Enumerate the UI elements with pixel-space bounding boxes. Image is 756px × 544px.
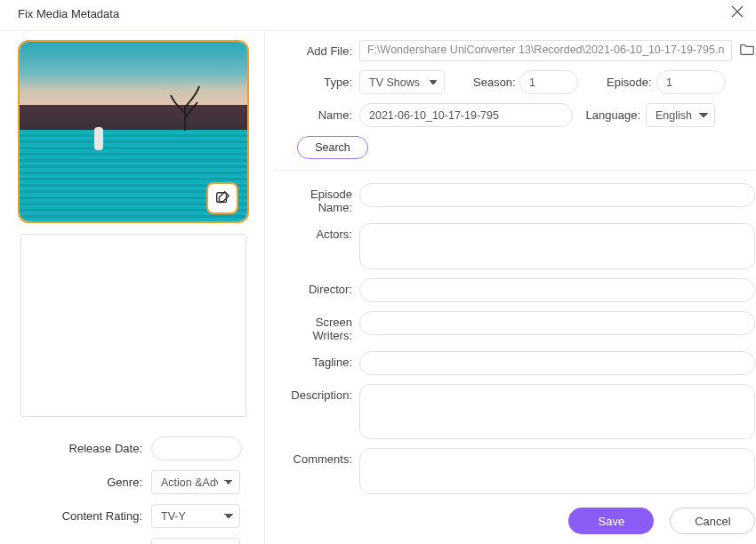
tagline-label: Tagline:	[274, 351, 359, 369]
episode-name-input[interactable]	[359, 183, 755, 207]
definition-select[interactable]: HD	[151, 538, 240, 544]
episode-label: Episode:	[607, 76, 656, 89]
video-thumbnail[interactable]	[18, 40, 249, 223]
section-divider	[274, 170, 755, 171]
type-label: Type:	[274, 76, 359, 89]
director-label: Director:	[274, 278, 359, 296]
file-path-display: F:\Wondershare UniConverter 13\Recorded\…	[359, 40, 732, 61]
left-panel: Release Date: Genre: Action &Adv Content…	[0, 31, 265, 544]
season-label: Season:	[473, 76, 519, 89]
language-select[interactable]: English	[646, 103, 715, 127]
add-file-label: Add File:	[274, 44, 359, 58]
right-panel: Add File: F:\Wondershare UniConverter 13…	[265, 31, 756, 544]
close-button[interactable]	[731, 5, 744, 21]
comments-label: Comments:	[274, 448, 359, 466]
search-button[interactable]: Search	[297, 136, 368, 159]
content-rating-select[interactable]: TV-Y	[151, 504, 240, 528]
genre-select[interactable]: Action &Adv	[151, 470, 240, 494]
genre-label: Genre:	[18, 476, 151, 489]
screen-writers-input[interactable]	[359, 311, 755, 335]
description-label: Description:	[274, 384, 359, 402]
episode-input[interactable]	[656, 70, 726, 94]
poster-placeholder[interactable]	[20, 234, 246, 417]
browse-folder-button[interactable]	[739, 42, 755, 60]
release-date-input[interactable]	[151, 436, 242, 460]
description-textarea[interactable]	[359, 384, 755, 439]
name-label: Name:	[274, 108, 359, 122]
cancel-button[interactable]: Cancel	[670, 508, 755, 534]
actors-textarea[interactable]	[359, 223, 755, 269]
name-input[interactable]	[359, 103, 573, 127]
window-title: Fix Media Metadata	[18, 7, 119, 20]
save-button[interactable]: Save	[568, 508, 654, 534]
actors-label: Actors:	[274, 223, 359, 241]
director-input[interactable]	[359, 278, 755, 302]
screen-writers-label: Screen Writers:	[274, 311, 359, 342]
edit-thumbnail-button[interactable]	[206, 182, 238, 214]
title-bar: Fix Media Metadata	[0, 0, 756, 31]
content-rating-label: Content Rating:	[18, 509, 151, 523]
release-date-label: Release Date:	[18, 442, 151, 455]
season-input[interactable]	[519, 70, 578, 94]
type-select[interactable]: TV Shows	[359, 70, 445, 94]
tagline-input[interactable]	[359, 351, 755, 375]
episode-name-label: Episode Name:	[274, 183, 359, 214]
language-label: Language:	[573, 108, 646, 122]
comments-textarea[interactable]	[359, 448, 755, 494]
